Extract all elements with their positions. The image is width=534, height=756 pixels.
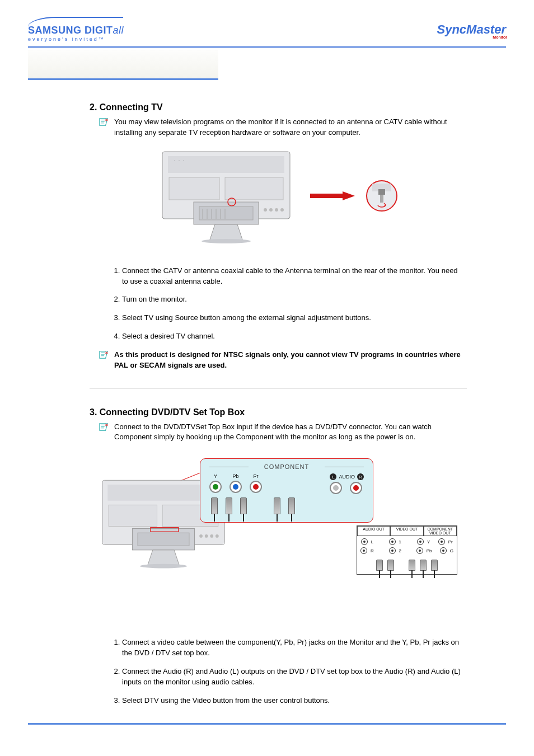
svg-point-31	[199, 534, 203, 538]
svg-rect-23	[380, 195, 383, 203]
cable-plug	[211, 497, 218, 514]
stb-label: Pr	[448, 539, 453, 544]
section-2-title: 2. Connecting TV	[90, 102, 467, 112]
monitor-rear-illustration	[159, 148, 293, 243]
svg-point-3	[179, 160, 180, 161]
stb-comp-col: Y Pr Pb G	[416, 538, 453, 554]
section-3-intro: Connect to the DVD/DTVSet Top Box input …	[114, 422, 467, 443]
cable-plug	[240, 497, 247, 514]
jack-audio-r	[350, 482, 362, 494]
svg-point-20	[202, 239, 251, 243]
cable-plug	[420, 560, 427, 571]
cable-plug	[288, 497, 295, 514]
brand-suffix: all	[113, 25, 124, 36]
section-separator	[90, 388, 467, 388]
svg-point-34	[216, 534, 219, 538]
antenna-port-zoom	[366, 180, 397, 212]
stb-label: Y	[427, 539, 430, 544]
svg-point-32	[205, 534, 208, 538]
step-item: Connect the Audio (R) and Audio (L) outp…	[122, 666, 467, 688]
note-icon	[99, 422, 109, 431]
cable-plug	[226, 497, 232, 514]
cable-plug	[409, 560, 415, 571]
zoom-callout	[310, 148, 397, 243]
section-2-intro: You may view television programs on the …	[114, 117, 467, 138]
stb-header: VIDEO OUT	[390, 526, 423, 536]
svg-point-35	[140, 564, 187, 569]
audio-jack-group: L AUDIO R	[330, 473, 364, 494]
brand-main: SAMSUNG DIGIT	[28, 25, 113, 36]
svg-point-2	[174, 160, 175, 161]
svg-point-33	[210, 534, 213, 538]
step-item: Select DTV using the Video button from t…	[122, 696, 467, 706]
page-header: SAMSUNG DIGITall everyone's invited™ Syn…	[28, 17, 506, 48]
svg-rect-26	[109, 505, 157, 527]
step-item: Connect a video cable between the compon…	[122, 637, 467, 659]
svg-point-18	[275, 208, 278, 212]
audio-text: AUDIO	[339, 474, 355, 480]
stb-label: 1	[399, 539, 401, 544]
section-2-note-row: As this product is designed for NTSC sig…	[90, 350, 467, 371]
product-sub: Monitor	[493, 35, 507, 39]
stb-label: R	[371, 548, 374, 553]
jack-pr: Pr	[250, 473, 262, 493]
svg-rect-22	[378, 189, 385, 195]
stb-header: COMPONENT VIDEO OUT	[424, 526, 457, 536]
brand-logo-left: SAMSUNG DIGITall everyone's invited™	[28, 17, 124, 42]
stb-video-col: 1 2	[389, 538, 401, 554]
jack-y: Y	[209, 473, 222, 493]
section-3-steps: Connect a video cable between the compon…	[90, 637, 467, 706]
cable-plug	[387, 560, 394, 571]
svg-rect-1	[168, 156, 284, 173]
note-icon	[99, 350, 109, 359]
svg-rect-6	[225, 177, 283, 200]
audio-l-pill: L	[330, 473, 336, 480]
jack-label: Pb	[232, 473, 238, 479]
stb-audio-col: L R	[360, 538, 374, 554]
stb-label: G	[450, 548, 453, 553]
cable-plug	[376, 560, 383, 571]
set-top-box-outputs: AUDIO OUT VIDEO OUT COMPONENT VIDEO OUT …	[357, 525, 457, 575]
svg-point-4	[183, 160, 184, 161]
svg-rect-5	[169, 177, 219, 200]
stb-label: 2	[399, 548, 401, 553]
stb-label: L	[371, 539, 373, 544]
svg-point-19	[280, 208, 284, 212]
stb-plug-row	[357, 560, 457, 574]
step-item: Select TV using Source button among the …	[122, 313, 467, 323]
step-item: Select a desired TV channel.	[122, 331, 467, 342]
brand-tagline: everyone's invited™	[28, 36, 124, 42]
cable-plug	[274, 497, 280, 514]
figure-tv-connection	[90, 148, 467, 243]
jack-label: Pr	[254, 473, 259, 479]
step-item: Connect the CATV or antenna coaxial cabl…	[122, 266, 467, 287]
plug-row	[209, 497, 364, 514]
main-content: 2. Connecting TV You may view television…	[28, 102, 506, 706]
section-2-intro-row: You may view television programs on the …	[90, 117, 467, 138]
footer-rule	[28, 723, 506, 725]
section-2-steps: Connect the CATV or antenna coaxial cabl…	[90, 266, 467, 342]
component-panel: COMPONENT Y Pb Pr	[200, 458, 373, 523]
step-item: Turn on the monitor.	[122, 294, 467, 305]
jack-audio-l	[330, 482, 342, 494]
figure-component-connection: COMPONENT Y Pb Pr	[90, 453, 467, 609]
component-panel-title: COMPONENT	[209, 463, 364, 470]
red-arrow-icon	[310, 191, 355, 200]
jack-pb: Pb	[229, 473, 242, 493]
note-icon	[99, 118, 109, 126]
jack-label: Y	[214, 473, 217, 479]
audio-r-pill: R	[357, 473, 364, 480]
section-3-intro-row: Connect to the DVD/DTVSet Top Box input …	[90, 422, 467, 443]
product-name: SyncMaster	[437, 22, 506, 36]
section-2-note: As this product is designed for NTSC sig…	[114, 350, 467, 371]
svg-point-17	[269, 208, 273, 212]
stb-header: AUDIO OUT	[357, 526, 390, 536]
section-3-title: 3. Connecting DVD/DTV Set Top Box	[90, 407, 467, 417]
svg-point-16	[264, 208, 267, 212]
subheader-box	[28, 50, 218, 80]
stb-label: Pb	[427, 548, 432, 553]
cable-plug	[431, 560, 438, 571]
video-jack-group: Y Pb Pr	[209, 473, 262, 493]
product-logo-right: SyncMaster Monitor	[437, 22, 506, 37]
svg-rect-30	[138, 533, 189, 546]
